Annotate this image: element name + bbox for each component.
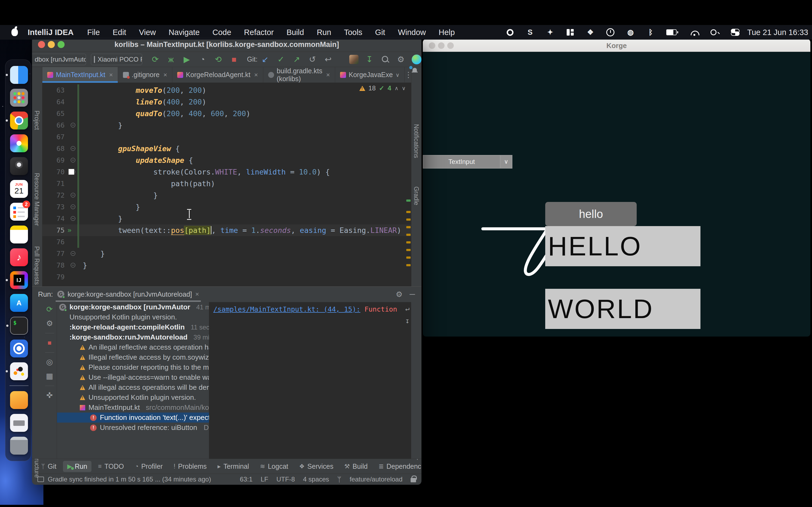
korge-sample-dropdown[interactable]: TextInput ∨ bbox=[423, 155, 512, 169]
tab--gitignore[interactable]: .gitignore× bbox=[118, 67, 172, 82]
run-tree-row[interactable]: Please consider reporting this to the ma… bbox=[57, 362, 209, 373]
color-swatch-white[interactable] bbox=[68, 169, 74, 175]
run-config-dropdown[interactable]: dbox [runJvmAutoreload] ▾ bbox=[32, 54, 86, 65]
close-icon[interactable]: × bbox=[254, 71, 258, 79]
wifi-icon[interactable] bbox=[690, 28, 699, 37]
run-tree-row[interactable]: :korge-reload-agent:compileKotlin11 sec,… bbox=[57, 322, 209, 332]
toolwindow-button-services[interactable]: ❖Services bbox=[295, 461, 338, 472]
dock-item-intellij-idea[interactable]: IJ bbox=[10, 271, 28, 289]
close-icon[interactable]: × bbox=[163, 71, 167, 79]
rollback-icon[interactable]: ↩ bbox=[323, 55, 333, 64]
text-input-hello[interactable]: HELLO bbox=[545, 226, 700, 266]
menu-window[interactable]: Window bbox=[398, 28, 426, 37]
menu-run[interactable]: Run bbox=[317, 28, 331, 37]
fold-icon[interactable] bbox=[70, 193, 75, 198]
swift-icon[interactable]: ✦ bbox=[546, 28, 555, 37]
search-icon[interactable] bbox=[380, 55, 390, 64]
dock-item-mascot-app[interactable] bbox=[10, 362, 28, 380]
close-icon[interactable]: × bbox=[109, 71, 113, 79]
menu-app-name[interactable]: IntelliJ IDEA bbox=[28, 28, 73, 37]
dock-item-launchpad[interactable] bbox=[10, 89, 28, 107]
device-dropdown[interactable]: Xiaomi POCO F1 ▾ bbox=[91, 54, 142, 65]
dock-item-photos[interactable] bbox=[10, 134, 28, 152]
menu-edit[interactable]: Edit bbox=[113, 28, 126, 37]
toolwindow-button-dependencies[interactable]: ≣Dependencies bbox=[374, 461, 421, 472]
code-line[interactable]: 70stroke(Colors.WHITE, lineWidth = 10.0)… bbox=[42, 166, 411, 178]
notifications-icon[interactable]: ◍ bbox=[626, 28, 635, 37]
apply-changes-icon[interactable]: ⟲ bbox=[213, 55, 223, 64]
code-line[interactable]: 64lineTo(400, 200) bbox=[42, 96, 411, 108]
code-editor[interactable]: 18 ✓ 4 ∧ ∨ 63moveTo(200, 200)64lineTo(40… bbox=[42, 83, 411, 286]
fold-icon[interactable] bbox=[70, 146, 75, 151]
run-tree-row[interactable]: Gkorge:korge-sandbox [runJvmAutor41 min,… bbox=[57, 302, 209, 312]
tab-build-gradle-kts-korlibs-[interactable]: build.gradle.kts (korlibs)× bbox=[263, 67, 335, 82]
settings-wrench-icon[interactable]: ⚙ bbox=[45, 319, 54, 328]
run-tree-row[interactable]: An illegal reflective access operation h… bbox=[57, 342, 209, 352]
toolwindow-button-terminal[interactable]: ▸Terminal bbox=[213, 461, 253, 472]
dock-item-music[interactable]: ♪ bbox=[10, 248, 28, 266]
code-line[interactable]: 75»tween(text::pos[path], time = 1.secon… bbox=[42, 224, 411, 236]
clock-icon[interactable] bbox=[606, 28, 615, 37]
dock-item-screenshot-app[interactable] bbox=[10, 157, 28, 175]
toolwindow-button-run[interactable]: ▶Run bbox=[63, 461, 92, 472]
dock-item-target-app[interactable] bbox=[10, 340, 28, 357]
run-tree-row[interactable]: MainTextInput.ktsrc/commonMain/kotlin/sa… bbox=[57, 402, 209, 412]
run-tree-row[interactable]: Unsupported Kotlin plugin version. bbox=[57, 312, 209, 322]
toolwindow-button-logcat[interactable]: ≋Logcat bbox=[256, 461, 293, 472]
toolwindow-button-build[interactable]: ⚒Build bbox=[340, 461, 372, 472]
apple-menu-icon[interactable] bbox=[11, 29, 18, 36]
stop-icon[interactable]: ■ bbox=[229, 55, 239, 64]
dock-item-calendar[interactable]: JUN21 bbox=[10, 180, 28, 198]
menu-build[interactable]: Build bbox=[287, 28, 304, 37]
dock-item-notes[interactable] bbox=[10, 226, 28, 243]
run-tab[interactable]: G korge:korge-sandbox [runJvmAutoreload]… bbox=[57, 287, 199, 302]
settings-gear-icon[interactable]: ⚙ bbox=[396, 55, 406, 64]
close-icon[interactable]: × bbox=[326, 71, 330, 79]
git-branch-name[interactable]: feature/autoreload bbox=[350, 475, 402, 483]
dock-item-terminal[interactable]: $ bbox=[10, 317, 28, 335]
text-input-world[interactable]: WORLD bbox=[545, 289, 700, 329]
fold-icon[interactable] bbox=[70, 251, 75, 256]
indent-setting[interactable]: 4 spaces bbox=[303, 475, 329, 483]
toolwindow-button-profiler[interactable]: ◔Profiler bbox=[130, 461, 167, 472]
gear-icon[interactable]: ⚙ bbox=[396, 290, 402, 299]
code-line[interactable]: 68gpuShapeView { bbox=[42, 143, 411, 155]
run-tree-row[interactable]: !Function invocation 'text(...)' expecte… bbox=[57, 412, 209, 422]
run-tree-row[interactable]: All illegal access operations will be de… bbox=[57, 382, 209, 392]
menu-clock[interactable]: Tue 21 Jun 16:33 bbox=[747, 28, 812, 37]
code-line[interactable]: 79 bbox=[42, 271, 411, 283]
chevron-down-icon[interactable]: ∨ bbox=[500, 156, 512, 168]
fold-icon[interactable] bbox=[70, 123, 75, 127]
dock-item-reminders[interactable]: 2 bbox=[10, 203, 28, 221]
toolwindow-button-git[interactable]: ᛘGit bbox=[37, 461, 61, 472]
tab-korgejavaexe[interactable]: KorgeJavaExe∨ bbox=[335, 67, 405, 82]
record-icon[interactable] bbox=[506, 28, 514, 37]
tab-maintextinput-kt[interactable]: MainTextInput.kt× bbox=[42, 67, 118, 82]
fold-icon[interactable] bbox=[70, 263, 75, 268]
stripe-gradle[interactable]: Gradle bbox=[412, 186, 420, 205]
run-console[interactable]: /samples/MainTextInput.kt: (44, 15): Fun… bbox=[209, 302, 411, 459]
menu-tools[interactable]: Tools bbox=[344, 28, 362, 37]
locate-icon[interactable]: ◎ bbox=[45, 357, 54, 367]
code-line[interactable]: 69updateShape { bbox=[42, 155, 411, 166]
layout-icon[interactable]: ▦ bbox=[45, 372, 54, 381]
rerun-icon[interactable]: ⟳ bbox=[150, 55, 160, 64]
status-message[interactable]: Gradle sync finished in 1 m 50 s 165 ...… bbox=[48, 475, 211, 483]
rerun-icon[interactable]: ⟳ bbox=[45, 305, 54, 314]
dropbox-icon[interactable]: ❖ bbox=[586, 28, 595, 37]
scroll-to-end-icon[interactable]: ↧ bbox=[405, 317, 410, 325]
coverage-icon[interactable]: ◔ bbox=[197, 55, 207, 64]
console-file-link[interactable]: /samples/MainTextInput.kt: (44, 15): bbox=[213, 305, 360, 313]
run-tree-row[interactable]: Use --illegal-access=warn to enable warn… bbox=[57, 373, 209, 382]
dock-item-trash[interactable] bbox=[10, 437, 28, 455]
dock-item-downloads-folder[interactable] bbox=[10, 391, 28, 409]
code-line[interactable]: 76 bbox=[42, 236, 411, 248]
code-line[interactable]: 72} bbox=[42, 189, 411, 201]
minimize-panel-icon[interactable]: ─ bbox=[410, 290, 415, 299]
menu-view[interactable]: View bbox=[139, 28, 156, 37]
hello-button[interactable]: hello bbox=[545, 202, 637, 226]
commit-icon[interactable]: ✓ bbox=[276, 55, 286, 64]
menu-file[interactable]: File bbox=[87, 28, 100, 37]
history-icon[interactable]: ↺ bbox=[307, 55, 317, 64]
bluetooth-icon[interactable]: ᛒ bbox=[646, 28, 655, 37]
